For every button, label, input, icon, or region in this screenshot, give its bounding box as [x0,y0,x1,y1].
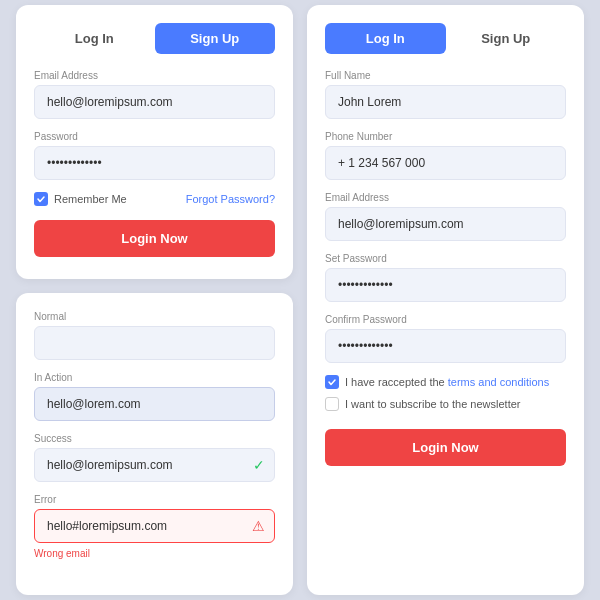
error-label: Error [34,494,275,505]
terms-text: I have raccepted the terms and condition… [345,376,549,388]
inaction-label: In Action [34,372,275,383]
remember-label: Remember Me [54,193,127,205]
success-icon: ✓ [253,457,265,473]
error-message: Wrong email [34,548,90,559]
phone-input[interactable] [325,146,566,180]
email-group-right: Email Address [325,192,566,241]
setpassword-label: Set Password [325,253,566,264]
password-label: Password [34,131,275,142]
newsletter-row: I want to subscribe to the newsletter [325,397,566,411]
tab-login-right[interactable]: Log In [325,23,446,54]
remember-row: Remember Me Forgot Password? [34,192,275,206]
terms-link[interactable]: terms and conditions [448,376,550,388]
normal-input[interactable] [34,326,275,360]
error-icon: ⚠ [252,518,265,534]
signup-tab-bar: Log In Sign Up [325,23,566,54]
login-button-right[interactable]: Login Now [325,429,566,466]
setpassword-input[interactable] [325,268,566,302]
newsletter-label: I want to subscribe to the newsletter [345,398,520,410]
success-input[interactable] [34,448,275,482]
fullname-input[interactable] [325,85,566,119]
password-input[interactable] [34,146,275,180]
phone-label: Phone Number [325,131,566,142]
error-group: Error ⚠ Wrong email [34,494,275,561]
normal-group: Normal [34,311,275,360]
tab-login-left[interactable]: Log In [34,23,155,54]
fullname-label: Full Name [325,70,566,81]
confirmpassword-group: Confirm Password [325,314,566,363]
phone-group: Phone Number [325,131,566,180]
newsletter-checkbox[interactable] [325,397,339,411]
login-card: Log In Sign Up Email Address Password [16,5,293,279]
login-tab-bar: Log In Sign Up [34,23,275,54]
signup-card: Log In Sign Up Full Name Phone Number Em… [307,5,584,595]
normal-label: Normal [34,311,275,322]
inaction-group: In Action [34,372,275,421]
terms-row: I have raccepted the terms and condition… [325,375,566,389]
confirmpassword-input[interactable] [325,329,566,363]
error-input[interactable] [34,509,275,543]
success-label: Success [34,433,275,444]
terms-checkbox[interactable] [325,375,339,389]
success-group: Success ✓ [34,433,275,482]
states-card: Normal In Action Success ✓ Error [16,293,293,595]
fullname-group: Full Name [325,70,566,119]
remember-checkbox[interactable] [34,192,48,206]
inaction-input[interactable] [34,387,275,421]
success-wrapper: ✓ [34,448,275,482]
tab-signup-left[interactable]: Sign Up [155,23,276,54]
terms-prefix: I have raccepted the [345,376,448,388]
setpassword-group: Set Password [325,253,566,302]
login-button-left[interactable]: Login Now [34,220,275,257]
error-wrapper: ⚠ [34,509,275,543]
confirmpassword-label: Confirm Password [325,314,566,325]
tab-signup-right[interactable]: Sign Up [446,23,567,54]
email-label: Email Address [34,70,275,81]
email-input[interactable] [34,85,275,119]
email-group: Email Address [34,70,275,119]
email-input-right[interactable] [325,207,566,241]
forgot-password-link[interactable]: Forgot Password? [186,193,275,205]
remember-left: Remember Me [34,192,127,206]
password-group: Password [34,131,275,180]
email-label-right: Email Address [325,192,566,203]
